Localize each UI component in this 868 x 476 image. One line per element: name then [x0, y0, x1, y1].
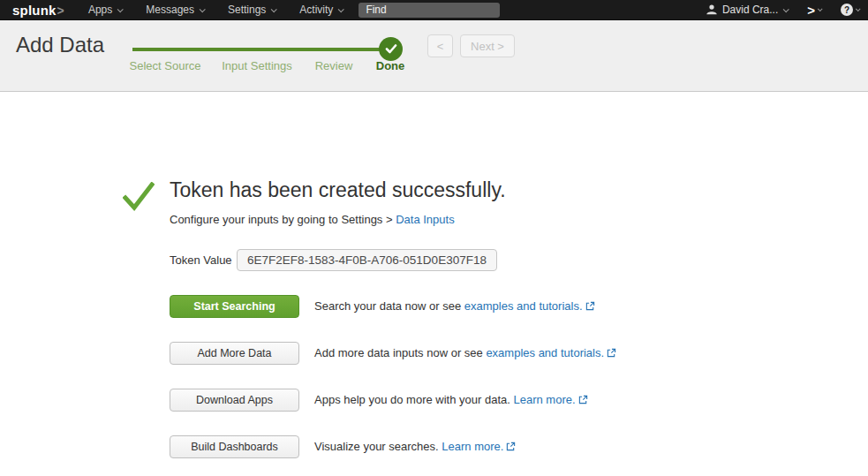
download-apps-button[interactable]: Download Apps — [170, 389, 299, 412]
splunk-logo[interactable]: splunk> — [12, 3, 64, 18]
token-value-label: Token Value — [170, 253, 237, 267]
nav-menu-label: Settings — [228, 4, 266, 16]
wizard-step-review: Review — [315, 59, 353, 72]
success-title: Token has been created successfully. — [170, 178, 506, 202]
back-button[interactable]: < — [427, 34, 453, 57]
action-row-build-dashboards: Build Dashboards Visualize your searches… — [170, 435, 299, 458]
nav-menu-settings[interactable]: Settings — [228, 4, 275, 16]
user-menu[interactable]: David Cra... — [706, 4, 788, 16]
page-title: Add Data — [16, 33, 104, 57]
examples-tutorials-link[interactable]: examples and tutorials. — [486, 346, 604, 359]
nav-menu-label: Messages — [146, 4, 194, 16]
learn-more-link[interactable]: Learn more. — [442, 440, 503, 453]
nav-menu-label: Apps — [88, 4, 112, 16]
wizard-nav-buttons: < Next > — [427, 34, 515, 57]
external-link-icon — [607, 343, 616, 366]
build-dashboards-button[interactable]: Build Dashboards — [170, 435, 299, 458]
nav-menu-messages[interactable]: Messages — [146, 4, 204, 16]
chevron-down-icon — [338, 6, 344, 12]
examples-tutorials-link[interactable]: examples and tutorials. — [464, 299, 583, 313]
user-name: David Cra... — [722, 4, 778, 16]
add-more-data-button[interactable]: Add More Data — [170, 342, 299, 365]
nav-menu-apps[interactable]: Apps — [88, 4, 122, 16]
wizard-step-done: Done — [376, 59, 405, 72]
help-menu[interactable]: ? — [841, 4, 859, 16]
data-inputs-link[interactable]: Data Inputs — [396, 213, 455, 226]
token-row: Token Value 6E7F2EF8-1583-4F0B-A706-051D… — [170, 249, 497, 271]
action-text: Visualize your searches. — [314, 440, 442, 453]
success-subtitle: Configure your inputs by going to Settin… — [170, 213, 455, 226]
action-description: Visualize your searches. Learn more. — [314, 435, 516, 459]
action-row-start-searching: Start Searching Search your data now or … — [170, 295, 299, 318]
external-link-icon — [578, 389, 588, 412]
action-text: Add more data inputs now or see — [314, 346, 486, 359]
chevron-down-icon — [117, 6, 124, 12]
start-searching-button[interactable]: Start Searching — [170, 295, 299, 318]
action-row-add-more-data: Add More Data Add more data inputs now o… — [170, 342, 299, 365]
top-nav-bar: splunk> Apps Messages Settings Activity … — [0, 0, 868, 20]
external-link-icon — [585, 296, 595, 319]
wizard-progress-line — [132, 48, 390, 51]
splunk-logo-text: splunk — [12, 3, 57, 18]
main-content: Token has been created successfully. Con… — [0, 92, 868, 476]
chevron-down-icon — [818, 6, 823, 11]
wizard-step-input-settings: Input Settings — [222, 59, 292, 72]
action-text: Search your data now or see — [314, 299, 464, 313]
chevron-down-icon — [200, 6, 206, 12]
action-description: Add more data inputs now or see examples… — [314, 342, 616, 366]
subtitle-text: Configure your inputs by going to Settin… — [170, 213, 396, 226]
success-check-icon — [123, 182, 155, 211]
action-description: Apps help you do more with your data. Le… — [314, 389, 588, 412]
learn-more-link[interactable]: Learn more. — [513, 393, 575, 406]
wizard-done-check-icon — [379, 37, 403, 61]
chevron-down-icon — [783, 6, 789, 12]
user-icon — [706, 4, 718, 16]
token-value-field[interactable]: 6E7F2EF8-1583-4F0B-A706-051D0E307F18 — [237, 249, 497, 271]
chevron-down-icon — [271, 6, 277, 12]
page-header: Add Data Select Source Input Settings Re… — [0, 20, 868, 92]
splunk-logo-arrow-icon: > — [57, 4, 64, 18]
nav-right-cluster: David Cra... > ? — [706, 4, 859, 17]
splunk-arrow-menu[interactable]: > — [807, 4, 821, 17]
action-text: Apps help you do more with your data. — [314, 393, 513, 406]
next-button[interactable]: Next > — [460, 34, 515, 57]
external-link-icon — [506, 436, 516, 459]
nav-menu-label: Activity — [299, 4, 333, 16]
wizard-step-select-source: Select Source — [130, 59, 201, 72]
action-row-download-apps: Download Apps Apps help you do more with… — [170, 389, 299, 412]
help-icon: ? — [841, 4, 853, 16]
wizard-progress: Select Source Input Settings Review Done — [132, 20, 406, 92]
action-description: Search your data now or see examples and… — [314, 295, 595, 319]
nav-menu-activity[interactable]: Activity — [299, 4, 343, 16]
chevron-down-icon — [856, 6, 861, 11]
splunk-arrow-icon: > — [807, 4, 815, 17]
find-search-input[interactable] — [359, 3, 500, 18]
